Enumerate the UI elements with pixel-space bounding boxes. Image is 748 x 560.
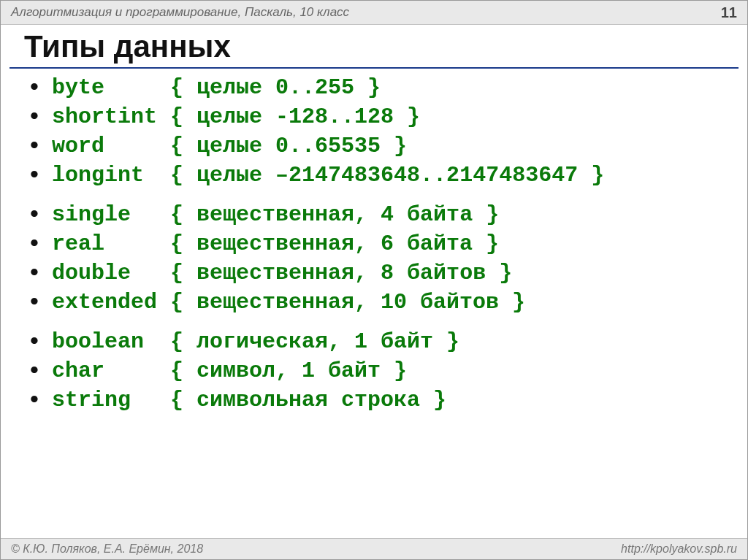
type-comment: { целые 0..65535 }: [170, 134, 407, 158]
type-comment: { логическая, 1 байт }: [170, 329, 459, 354]
type-name: string: [52, 386, 131, 415]
type-group-other: boolean { логическая, 1 байт } char { си…: [30, 327, 734, 415]
slide-footer: © К.Ю. Поляков, Е.А. Ерёмин, 2018 http:/…: [1, 538, 747, 559]
type-row: single { вещественная, 4 байта }: [30, 200, 734, 229]
type-comment: { символ, 1 байт }: [170, 358, 407, 383]
type-row: byte { целые 0..255 }: [30, 73, 734, 102]
type-pad: [104, 231, 157, 256]
type-comment: { вещественная, 6 байта }: [170, 231, 499, 256]
type-pad: [104, 75, 157, 100]
type-pad: [131, 202, 157, 227]
type-name: extended: [52, 288, 157, 317]
type-name: double: [52, 258, 131, 288]
type-row: real { вещественная, 6 байта }: [30, 229, 734, 258]
type-pad: [131, 261, 157, 285]
type-row: double { вещественная, 8 байтов }: [30, 258, 734, 288]
type-comment: { целые 0..255 }: [170, 75, 381, 100]
footer-copyright: © К.Ю. Поляков, Е.А. Ерёмин, 2018: [11, 542, 203, 556]
type-name: boolean: [52, 327, 144, 356]
type-row: word { целые 0..65535 }: [30, 131, 734, 161]
type-name: char: [52, 356, 104, 386]
type-group-integer: byte { целые 0..255 } shortint { целые -…: [30, 73, 734, 190]
title-underline: [9, 67, 739, 69]
type-row: extended { вещественная, 10 байтов }: [30, 288, 734, 317]
type-comment: { вещественная, 10 байтов }: [170, 290, 525, 315]
type-group-real: single { вещественная, 4 байта } real { …: [30, 200, 734, 317]
footer-url: http://kpolyakov.spb.ru: [621, 542, 737, 556]
type-pad: [104, 134, 157, 158]
type-comment: { вещественная, 4 байта }: [170, 202, 499, 227]
type-comment: { целые -128..128 }: [170, 104, 420, 129]
type-name: word: [52, 131, 104, 161]
type-row: longint { целые –2147483648..2147483647 …: [30, 161, 734, 190]
type-pad: [131, 388, 157, 413]
type-row: boolean { логическая, 1 байт }: [30, 327, 734, 356]
type-pad: [104, 358, 157, 383]
type-pad: [144, 329, 157, 354]
type-comment: { символьная строка }: [170, 388, 446, 413]
type-list: byte { целые 0..255 } shortint { целые -…: [30, 73, 734, 415]
header-subject: Алгоритмизация и программирование, Паска…: [11, 5, 349, 20]
slide-title: Типы данных: [24, 29, 747, 64]
type-name: single: [52, 200, 131, 229]
type-row: char { символ, 1 байт }: [30, 356, 734, 386]
type-row: string { символьная строка }: [30, 386, 734, 415]
slide-header: Алгоритмизация и программирование, Паска…: [1, 1, 747, 25]
type-name: shortint: [52, 102, 157, 131]
slide: Алгоритмизация и программирование, Паска…: [0, 0, 748, 560]
type-row: shortint { целые -128..128 }: [30, 102, 734, 131]
type-name: byte: [52, 73, 104, 102]
type-pad: [144, 163, 157, 188]
page-number: 11: [721, 4, 737, 21]
type-name: real: [52, 229, 104, 258]
type-name: longint: [52, 161, 144, 190]
type-comment: { целые –2147483648..2147483647 }: [170, 163, 604, 188]
type-comment: { вещественная, 8 байтов }: [170, 261, 512, 285]
